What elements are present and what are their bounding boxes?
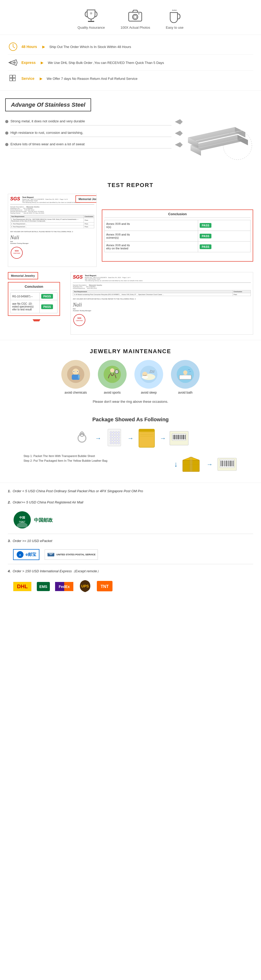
tnt-logo: TNT	[97, 581, 113, 592]
shipping-row-2: 2. Order>= 5 USD China Post Registered A…	[8, 499, 253, 505]
camera-icon	[127, 8, 143, 24]
conclusion-bottom-pass-1: PASS	[40, 300, 57, 313]
chemicals-image	[61, 360, 90, 389]
conclusion-bottom-row-0: RG-10-545687) – PASS	[11, 293, 57, 300]
svg-point-42	[103, 366, 121, 383]
svg-marker-30	[33, 319, 40, 321]
steps-and-arrow: Step 1: Packet The Item With Transparent…	[8, 451, 253, 475]
test-report-title: TEST REPORT	[8, 182, 253, 189]
svg-point-63	[110, 431, 112, 434]
svg-point-65	[115, 431, 117, 434]
steel-point-2: High resistance to rust, corrosion and t…	[5, 131, 183, 137]
package-flow-row2: ↓ →	[174, 451, 237, 475]
svg-point-75	[110, 439, 112, 441]
bath-image: ~ ~	[171, 360, 200, 389]
epacket-logos: e e邮宝 UNITED STATES POSTAL SERVICE	[13, 549, 253, 560]
conclusion-row-0: Annex XVII and itsn(s) PASS	[105, 220, 251, 231]
arrow-0: ▶	[42, 45, 45, 49]
svg-marker-20	[237, 135, 248, 145]
svg-rect-111	[220, 459, 234, 468]
steel-title: Advange Of Stainless Steel	[5, 98, 91, 111]
express-label: Express	[21, 60, 35, 65]
svg-point-39	[73, 371, 75, 372]
svg-point-81	[115, 442, 117, 444]
conclusion-box-bottom: Conclusion RG-10-545687) – PASS ase No C…	[8, 282, 60, 316]
svg-rect-131	[17, 524, 27, 527]
dhl-logo: DHL	[13, 582, 32, 591]
svg-rect-83	[139, 429, 154, 447]
ups-logo: UPS	[78, 580, 92, 593]
service-label: Service	[21, 76, 35, 81]
fedex-logo: FedEx	[55, 582, 73, 591]
steel-section: Advange Of Stainless Steel Strong metal,…	[0, 91, 261, 177]
package-title: Package Showed As Following	[8, 417, 253, 423]
info-row-48hours: 48 Hours ▶ Ship Out The Order Which Is I…	[8, 39, 253, 55]
package-item-final-pkg	[216, 454, 237, 475]
steel-text-2: High resistance to rust, corrosion and t…	[10, 131, 172, 137]
hours-text: Ship Out The Order Which Is In Stock Wit…	[49, 45, 131, 49]
china-post-text: 中国邮政	[34, 517, 53, 523]
steel-point-3: Endure lots of times wear and even a lot…	[5, 142, 183, 148]
divider-2	[8, 564, 253, 564]
package-steps: Step 1: Packet The Item With Transparent…	[24, 454, 174, 463]
conclusion-item-1: Annex XVII and itsxcimen(s)	[105, 231, 198, 242]
svg-text:CERTIFIED: CERTIFIED	[76, 320, 83, 321]
epacket-logo: e e邮宝	[13, 549, 40, 560]
conclusion-pass-1: PASS	[198, 231, 250, 242]
package-flow-row1: →	[8, 428, 253, 449]
svg-rect-14	[13, 78, 15, 81]
maintenance-item-chemicals: avoid chemicals	[61, 360, 90, 395]
usps-label: UNITED STATES POSTAL SERVICE	[56, 553, 95, 556]
sgs-table-bottom: Test RequirementConclusion 4. All Nickel…	[73, 290, 251, 296]
china-post-emblem: 中国 POST	[13, 511, 31, 530]
svg-point-77	[115, 439, 117, 441]
trophy-icon	[83, 8, 99, 24]
top-icons-section: Quality Assurance 100X Actual Photos Eas…	[0, 0, 261, 35]
shipping-row-1: 1. Order < 5 USD China Post Ordinary Sma…	[8, 488, 253, 494]
conclusion-table-bottom: RG-10-545687) – PASS ase No CGC -10-este…	[10, 293, 57, 313]
shipping-num-2: 2. Order>= 5 USD China Post Registered A…	[8, 500, 83, 504]
sgs-table-top: Test RequirementConclusion 1. Test Requi…	[10, 215, 94, 228]
plane-icon	[8, 57, 18, 68]
svg-point-69	[115, 434, 117, 436]
steel-image	[183, 116, 256, 169]
quality-assurance-icon-item: Quality Assurance	[78, 8, 105, 29]
steel-point-1: Strong metal, it does not oxidize and ve…	[5, 119, 183, 126]
china-post-logo-area: 中国 POST 中国邮政	[13, 511, 253, 530]
flow-arrow-4: →	[207, 461, 213, 468]
sports-image	[98, 360, 127, 389]
test-report-section: TEST REPORT SGS Test Report Report No.: …	[0, 177, 261, 340]
svg-text:EMS: EMS	[40, 585, 47, 589]
package-item-bubble-wrap	[104, 428, 125, 449]
svg-text:~: ~	[189, 370, 191, 373]
svg-point-66	[118, 431, 120, 434]
flow-arrow-3: →	[160, 434, 166, 442]
svg-point-71	[110, 437, 112, 439]
svg-marker-16	[175, 131, 183, 136]
conclusion-item-0: Annex XVII and itsn(s)	[105, 220, 198, 231]
svg-point-4	[132, 14, 138, 19]
svg-text:e: e	[19, 554, 21, 556]
shipping-num-1: 1. Order < 5 USD China Post Ordinary Sma…	[8, 489, 143, 493]
svg-point-59	[78, 434, 86, 442]
quality-assurance-label: Quality Assurance	[78, 25, 105, 29]
maintenance-item-bath: ~ ~ avoid bath	[171, 360, 200, 395]
flow-arrow-1: →	[95, 434, 101, 442]
sgs-document-top: SGS Test Report Report No.: WE71111/2020…	[8, 194, 97, 267]
svg-point-76	[113, 439, 115, 441]
bullet-2	[5, 132, 8, 135]
maintenance-item-sports: avoid sports	[98, 360, 127, 395]
svg-point-78	[118, 439, 120, 441]
conclusion-area-top: Conclusion Annex XVII and itsn(s) PASS A…	[102, 210, 253, 267]
steel-text-3: Endure lots of times wear and even a lot…	[10, 142, 172, 148]
svg-point-70	[118, 434, 120, 436]
svg-rect-13	[10, 78, 12, 81]
conclusion-bottom-row-1: ase No CGC -10-ested specimen(s)efer to …	[11, 300, 57, 313]
conclusion-item-2: Annex XVII and itselry on the tested	[105, 242, 198, 252]
svg-line-9	[13, 47, 15, 48]
package-item-cardboard-box	[181, 454, 202, 475]
shipping-num-3: 3. Order >= 10 USD ePacket	[8, 539, 52, 543]
info-row-express: Express ▶ We Use DHL Ship Bulk Order ,Yo…	[8, 55, 253, 71]
svg-point-73	[115, 437, 117, 439]
arrow-2: ▶	[40, 76, 43, 81]
